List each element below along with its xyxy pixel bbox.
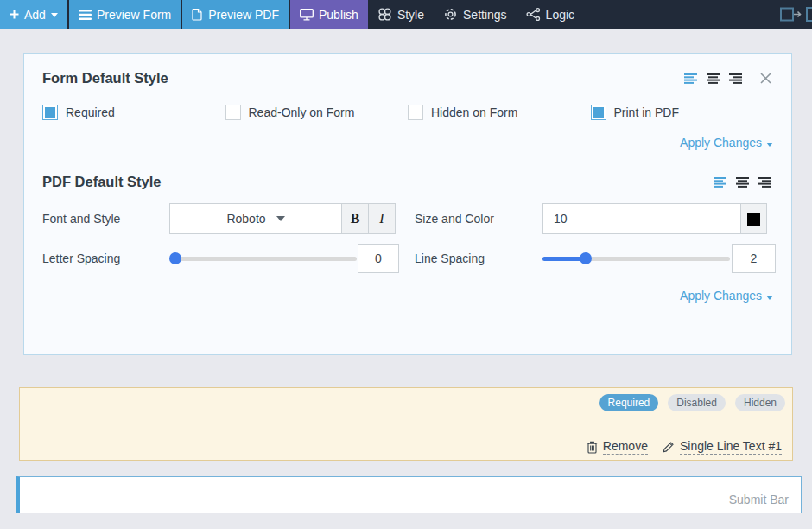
color-swatch (747, 213, 760, 226)
badge-hidden[interactable]: Hidden (735, 394, 785, 411)
form-apply-row: Apply Changes (42, 135, 773, 150)
checkbox-label: Read-Only on Form (249, 105, 355, 119)
align-center-icon[interactable] (734, 175, 751, 189)
size-and-color-label: Size and Color (415, 212, 542, 226)
letter-spacing-slider[interactable] (169, 252, 357, 264)
italic-button[interactable]: I (368, 203, 396, 234)
badge-disabled[interactable]: Disabled (668, 394, 726, 411)
apply-changes-dropdown[interactable]: Apply Changes (680, 289, 773, 303)
field-badges: Required Disabled Hidden (599, 394, 785, 411)
apply-changes-label: Apply Changes (680, 136, 762, 150)
slider-track[interactable] (169, 257, 357, 261)
align-right-icon[interactable] (727, 72, 744, 86)
preview-form-label: Preview Form (97, 8, 171, 22)
font-size-input[interactable] (542, 203, 741, 234)
add-button[interactable]: Add (0, 0, 67, 29)
logic-menu-item[interactable]: Logic (517, 0, 584, 29)
size-color-group: Size and Color (408, 203, 773, 234)
font-style-group: Font and Style Roboto B I (42, 203, 408, 234)
plus-icon (10, 10, 19, 19)
section-divider (42, 163, 773, 163)
form-option-checkboxes: Required Read-Only on Form Hidden on For… (42, 105, 773, 120)
form-list-icon (79, 10, 92, 20)
checkbox-box[interactable] (42, 105, 58, 120)
spacing-row: Letter Spacing Line Spacing (42, 244, 773, 273)
preview-pdf-button[interactable]: Preview PDF (182, 0, 289, 29)
close-icon[interactable] (758, 71, 773, 86)
line-spacing-group: Line Spacing (408, 244, 773, 273)
logic-label: Logic (546, 8, 574, 22)
checkbox-label: Hidden on Form (431, 105, 517, 119)
font-size-row: Font and Style Roboto B I Size and Color (42, 203, 773, 234)
style-menu-item[interactable]: Style (368, 0, 434, 29)
top-toolbar: Add Preview Form Preview PDF Publish (0, 0, 812, 29)
style-clover-icon (377, 7, 392, 22)
apply-changes-label: Apply Changes (680, 289, 762, 303)
apply-changes-dropdown[interactable]: Apply Changes (680, 136, 773, 150)
pdf-style-title: PDF Default Style (42, 174, 162, 190)
field-actions: Remove Single Line Text #1 (587, 439, 782, 455)
checkbox-box[interactable] (408, 105, 423, 120)
publish-button[interactable]: Publish (290, 0, 368, 29)
checkbox-box[interactable] (591, 105, 606, 120)
style-settings-panel: Form Default Style Required (23, 53, 792, 355)
style-label: Style (397, 8, 424, 22)
pdf-style-header: PDF Default Style (42, 174, 773, 190)
line-spacing-label: Line Spacing (415, 252, 542, 265)
checkbox-label: Print in PDF (614, 105, 679, 119)
checkbox-label: Required (66, 105, 115, 119)
slider-thumb[interactable] (580, 252, 592, 264)
checkbox-hidden[interactable]: Hidden on Form (408, 105, 591, 120)
chevron-down-icon (276, 216, 285, 221)
submit-bar[interactable]: Submit Bar (16, 476, 802, 513)
badge-required[interactable]: Required (599, 394, 659, 411)
add-label: Add (24, 8, 46, 22)
submit-bar-label: Submit Bar (729, 493, 789, 507)
trash-icon (587, 441, 598, 454)
align-center-icon[interactable] (705, 72, 721, 86)
chevron-down-icon (766, 143, 773, 147)
field-name-label: Single Line Text #1 (680, 439, 782, 455)
pencil-icon (662, 441, 675, 454)
align-left-icon[interactable] (682, 72, 699, 86)
letter-spacing-label: Letter Spacing (42, 252, 169, 265)
form-align-controls (682, 71, 773, 86)
edit-field-name[interactable]: Single Line Text #1 (662, 439, 782, 455)
app-window: Add Preview Form Preview PDF Publish (0, 0, 812, 529)
checkbox-box[interactable] (225, 105, 241, 120)
slider-thumb[interactable] (169, 252, 181, 264)
preview-form-button[interactable]: Preview Form (69, 0, 181, 29)
gear-icon (443, 7, 458, 22)
bold-button[interactable]: B (341, 203, 369, 234)
letter-spacing-group: Letter Spacing (42, 244, 408, 273)
remove-label: Remove (603, 439, 648, 455)
line-spacing-input[interactable] (732, 244, 776, 273)
checkbox-required[interactable]: Required (42, 105, 225, 120)
logic-branch-icon (526, 8, 541, 21)
field-card[interactable]: Required Disabled Hidden Remove Single L… (19, 387, 793, 461)
align-right-icon[interactable] (757, 175, 773, 189)
line-spacing-slider[interactable] (542, 252, 730, 264)
pdf-document-icon (192, 8, 203, 21)
form-style-title: Form Default Style (42, 70, 168, 86)
letter-spacing-input[interactable] (358, 244, 399, 273)
monitor-icon (300, 9, 314, 21)
checkbox-readonly[interactable]: Read-Only on Form (225, 105, 409, 120)
clipped-edge-icon (806, 7, 812, 22)
align-left-icon[interactable] (712, 175, 728, 189)
collapse-panel-icon[interactable] (780, 7, 803, 22)
pdf-apply-row: Apply Changes (42, 288, 773, 303)
chevron-down-icon (766, 296, 773, 300)
chevron-down-icon (51, 13, 58, 17)
checkbox-print-pdf[interactable]: Print in PDF (591, 105, 774, 120)
remove-field-button[interactable]: Remove (587, 439, 648, 455)
color-picker-button[interactable] (740, 203, 767, 234)
font-select-value: Roboto (226, 212, 265, 226)
font-and-style-label: Font and Style (42, 212, 169, 226)
font-select[interactable]: Roboto (169, 203, 342, 234)
settings-menu-item[interactable]: Settings (434, 0, 517, 29)
pdf-align-controls (712, 175, 773, 189)
publish-label: Publish (319, 8, 358, 22)
preview-pdf-label: Preview PDF (208, 8, 279, 22)
form-style-header: Form Default Style (42, 70, 773, 86)
